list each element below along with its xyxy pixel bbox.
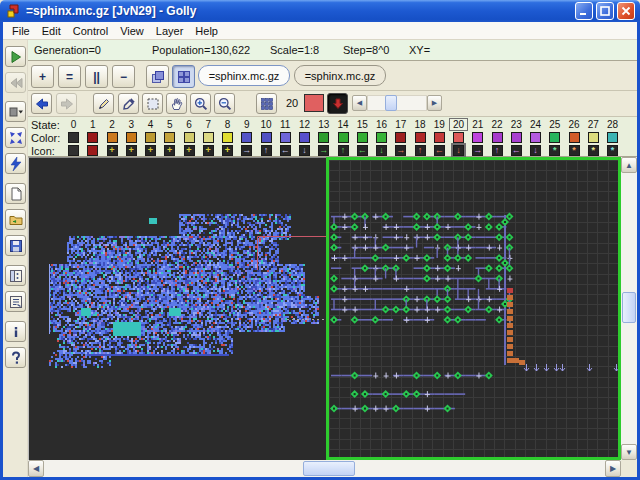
horizontal-scrollbar[interactable]: ◀ ▶ xyxy=(28,460,621,477)
state-number-11[interactable]: 11 xyxy=(277,119,294,130)
state-number-17[interactable]: 17 xyxy=(392,119,409,130)
delete-layer-button[interactable]: − xyxy=(112,65,135,88)
minimize-button[interactable] xyxy=(575,2,593,20)
maximize-button[interactable] xyxy=(596,2,614,20)
state-number-15[interactable]: 15 xyxy=(354,119,371,130)
layer-tab-0[interactable]: =sphinx.mc.gz xyxy=(198,65,290,86)
state-number-14[interactable]: 14 xyxy=(335,119,352,130)
add-layer-button[interactable]: + xyxy=(31,65,54,88)
zoom-in-button[interactable] xyxy=(190,93,211,114)
state-icon-swatch-19[interactable]: ← xyxy=(434,145,445,156)
state-color-swatch-28[interactable] xyxy=(607,132,618,143)
state-number-12[interactable]: 12 xyxy=(296,119,313,130)
state-number-7[interactable]: 7 xyxy=(200,119,217,130)
state-icon-swatch-24[interactable]: ↓ xyxy=(530,145,541,156)
state-scroll-right-button[interactable]: ▶ xyxy=(427,95,442,111)
state-color-swatch-27[interactable] xyxy=(588,132,599,143)
state-color-swatch-3[interactable] xyxy=(126,132,137,143)
state-color-swatch-20[interactable] xyxy=(453,132,464,143)
redo-button[interactable] xyxy=(56,93,77,114)
state-icon-swatch-13[interactable]: → xyxy=(318,145,329,156)
state-icon-swatch-6[interactable]: + xyxy=(184,145,195,156)
state-color-swatch-22[interactable] xyxy=(492,132,503,143)
close-button[interactable] xyxy=(617,2,635,20)
state-icon-swatch-7[interactable]: + xyxy=(203,145,214,156)
state-icon-swatch-11[interactable]: ← xyxy=(280,145,291,156)
left-view-canvas[interactable] xyxy=(28,157,326,460)
current-state-color-swatch[interactable] xyxy=(304,94,324,112)
state-number-3[interactable]: 3 xyxy=(123,119,140,130)
state-scroll-thumb[interactable] xyxy=(385,95,397,111)
state-icon-swatch-5[interactable]: + xyxy=(164,145,175,156)
vertical-scroll-thumb[interactable] xyxy=(622,292,636,323)
run-button[interactable] xyxy=(5,46,26,67)
state-icon-swatch-17[interactable]: → xyxy=(395,145,406,156)
state-color-swatch-9[interactable] xyxy=(241,132,252,143)
state-icon-swatch-16[interactable]: ↓ xyxy=(376,145,387,156)
show-all-states-button[interactable] xyxy=(256,93,277,114)
state-color-swatch-14[interactable] xyxy=(338,132,349,143)
hyperspeed-button[interactable] xyxy=(5,153,26,174)
state-number-22[interactable]: 22 xyxy=(489,119,506,130)
vertical-scrollbar[interactable]: ▲ ▼ xyxy=(621,157,637,460)
state-color-swatch-23[interactable] xyxy=(511,132,522,143)
menu-file[interactable]: File xyxy=(8,24,38,38)
state-number-2[interactable]: 2 xyxy=(104,119,121,130)
info-button[interactable] xyxy=(5,321,26,342)
state-number-1[interactable]: 1 xyxy=(84,119,101,130)
duplicate-layer-button[interactable]: || xyxy=(85,65,108,88)
state-color-swatch-7[interactable] xyxy=(203,132,214,143)
state-icon-swatch-14[interactable]: ↑ xyxy=(338,145,349,156)
move-tool-button[interactable] xyxy=(166,93,187,114)
state-icon-swatch-15[interactable]: ← xyxy=(357,145,368,156)
state-color-swatch-24[interactable] xyxy=(530,132,541,143)
state-number-21[interactable]: 21 xyxy=(469,119,486,130)
state-color-swatch-4[interactable] xyxy=(145,132,156,143)
state-icon-swatch-2[interactable]: + xyxy=(107,145,118,156)
state-color-swatch-18[interactable] xyxy=(415,132,426,143)
menu-help[interactable]: Help xyxy=(191,24,226,38)
state-color-swatch-16[interactable] xyxy=(376,132,387,143)
state-scroll-track[interactable] xyxy=(367,95,427,111)
state-icon-swatch-28[interactable]: * xyxy=(607,145,618,156)
state-number-19[interactable]: 19 xyxy=(431,119,448,130)
state-icon-swatch-18[interactable]: ↑ xyxy=(415,145,426,156)
state-number-24[interactable]: 24 xyxy=(527,119,544,130)
help-button[interactable] xyxy=(5,347,26,368)
state-number-18[interactable]: 18 xyxy=(412,119,429,130)
show-scripts-button[interactable] xyxy=(5,291,26,312)
state-number-5[interactable]: 5 xyxy=(161,119,178,130)
state-color-swatch-12[interactable] xyxy=(299,132,310,143)
menu-edit[interactable]: Edit xyxy=(38,24,69,38)
state-icon-swatch-12[interactable]: ↓ xyxy=(299,145,310,156)
menu-control[interactable]: Control xyxy=(69,24,116,38)
undo-button[interactable] xyxy=(31,93,52,114)
state-icon-swatch-21[interactable]: → xyxy=(472,145,483,156)
layer-tab-1[interactable]: =sphinx.mc.gz xyxy=(294,65,386,86)
state-icon-swatch-27[interactable]: * xyxy=(588,145,599,156)
menu-layer[interactable]: Layer xyxy=(152,24,192,38)
state-color-swatch-13[interactable] xyxy=(318,132,329,143)
scroll-right-button[interactable]: ▶ xyxy=(605,460,621,477)
scroll-up-button[interactable]: ▲ xyxy=(621,157,637,173)
state-icon-swatch-23[interactable]: ← xyxy=(511,145,522,156)
clone-layer-button[interactable]: = xyxy=(58,65,81,88)
draw-tool-button[interactable] xyxy=(93,93,114,114)
show-patterns-button[interactable] xyxy=(5,265,26,286)
stack-layers-button[interactable] xyxy=(146,65,169,88)
state-number-26[interactable]: 26 xyxy=(566,119,583,130)
state-number-8[interactable]: 8 xyxy=(219,119,236,130)
zoom-out-button[interactable] xyxy=(214,93,235,114)
state-number-23[interactable]: 23 xyxy=(508,119,525,130)
new-pattern-button[interactable] xyxy=(5,183,26,204)
state-number-16[interactable]: 16 xyxy=(373,119,390,130)
state-number-13[interactable]: 13 xyxy=(315,119,332,130)
state-icon-swatch-8[interactable]: + xyxy=(222,145,233,156)
reset-button[interactable] xyxy=(5,72,26,93)
select-tool-button[interactable] xyxy=(142,93,163,114)
scroll-left-button[interactable]: ◀ xyxy=(28,460,44,477)
state-color-swatch-17[interactable] xyxy=(395,132,406,143)
fit-pattern-button[interactable] xyxy=(5,127,26,148)
state-color-swatch-5[interactable] xyxy=(164,132,175,143)
state-icon-swatch-9[interactable]: → xyxy=(241,145,252,156)
